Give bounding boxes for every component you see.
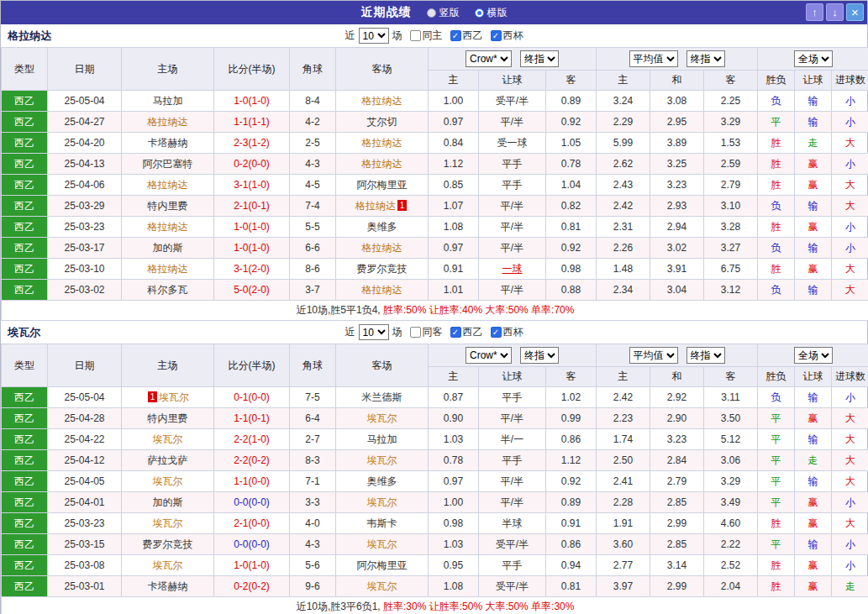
filter-cup[interactable]: ✓西杯 (491, 29, 523, 43)
summary-stats: 胜率:30% 让胜率:50% 大率:50% 单率:30% (383, 601, 574, 612)
avg-draw-odds: 2.79 (650, 471, 704, 492)
home-odds: 0.84 (429, 133, 479, 154)
goals-result: 大 (832, 175, 868, 196)
match-row: 西乙25-03-08埃瓦尔1-0(1-0)5-6阿尔梅里亚0.95平手0.942… (2, 555, 868, 576)
league-type: 西乙 (2, 576, 48, 597)
away-team: 格拉纳达 (336, 154, 429, 175)
team-name: 埃瓦尔 (153, 517, 183, 529)
handicap-line: 平手 (479, 450, 546, 471)
team-name-title: 埃瓦尔 (8, 325, 40, 340)
goals-result: 小 (832, 387, 868, 408)
match-result: 平 (758, 534, 795, 555)
home-team: 马拉加 (122, 91, 214, 112)
filter-cup[interactable]: ✓西杯 (491, 325, 523, 339)
match-row: 西乙25-04-06格拉纳达3-1(1-0)4-5阿尔梅里亚0.85平手1.04… (2, 175, 868, 196)
cup-checkbox[interactable]: ✓ (491, 30, 502, 41)
away-team: 埃瓦尔 (336, 576, 429, 597)
corner-score: 7-4 (290, 196, 336, 217)
avg-away-odds: 3.12 (704, 280, 758, 301)
filter-league[interactable]: ✓西乙 (450, 29, 483, 43)
home-team: 埃瓦尔 (122, 471, 214, 492)
match-row: 西乙25-04-13阿尔巴塞特0-2(0-0)4-3格拉纳达1.12平手0.78… (2, 154, 868, 175)
team-name: 奥维多 (367, 221, 397, 233)
match-count-select[interactable]: 10 (359, 324, 389, 340)
handicap-line: 平/半 (479, 112, 546, 133)
team-section-away: 埃瓦尔 近 10 场 同客 ✓西乙 ✓西杯 类型 日期 主场 比分(半场) 角 (1, 321, 867, 614)
handicap-line: 平手 (479, 154, 546, 175)
cup-checkbox[interactable]: ✓ (491, 327, 502, 338)
match-count-select[interactable]: 10 (359, 28, 389, 44)
asian-odds-group-header: Crow* 终指 (429, 344, 597, 367)
same-venue-label: 同客 (423, 325, 443, 339)
avg-away-odds: 3.49 (704, 492, 758, 513)
close-button[interactable]: × (846, 3, 864, 21)
corner-score: 4-3 (290, 534, 336, 555)
euro-stage-select[interactable]: 终指 (687, 50, 725, 67)
avg-draw-odds: 3.25 (650, 154, 704, 175)
league-checkbox[interactable]: ✓ (450, 327, 461, 338)
home-team: 格拉纳达 (122, 259, 214, 280)
corner-score: 3-7 (290, 280, 336, 301)
avg-draw-odds: 3.23 (650, 429, 704, 450)
odds-company-select[interactable]: Crow* (466, 347, 512, 364)
away-team: 米兰德斯 (336, 387, 429, 408)
avg-draw-odds: 3.23 (650, 175, 704, 196)
odds-company-select[interactable]: Crow* (466, 50, 512, 67)
away-odds: 0.92 (546, 471, 597, 492)
team-name: 费罗尔竞技 (357, 263, 408, 275)
same-venue-checkbox[interactable] (410, 327, 421, 338)
league-type: 西乙 (2, 408, 48, 429)
match-result: 负 (758, 387, 795, 408)
match-result: 平 (758, 492, 795, 513)
handicap-line: 平手 (479, 387, 546, 408)
titlebar: 近期战绩 竖版 横版 ↑ ↓ × (1, 1, 867, 24)
scroll-up-button[interactable]: ↑ (806, 3, 823, 21)
games-label: 场 (392, 325, 402, 339)
league-checkbox[interactable]: ✓ (450, 30, 461, 41)
away-odds: 1.04 (546, 175, 597, 196)
goals-result: 小 (832, 112, 868, 133)
avg-home-odds: 1.91 (597, 513, 650, 534)
match-row: 西乙25-03-23埃瓦尔2-1(0-0)4-0韦斯卡0.98半球0.911.9… (2, 513, 868, 534)
handicap-result: 输 (795, 471, 832, 492)
odds-stage-select[interactable]: 终指 (520, 50, 559, 67)
avg-home-odds: 2.23 (597, 408, 650, 429)
goals-result: 大 (832, 408, 868, 429)
corner-score: 4-5 (290, 175, 336, 196)
avg-draw-odds: 2.90 (650, 408, 704, 429)
filter-same-venue[interactable]: 同主 (410, 29, 443, 43)
league-type: 西乙 (2, 112, 48, 133)
match-date: 25-04-27 (48, 112, 122, 133)
handicap-result: 输 (795, 280, 832, 301)
euro-stage-select[interactable]: 终指 (687, 347, 725, 364)
handicap-result: 赢 (795, 259, 832, 280)
match-result: 胜 (758, 217, 795, 238)
goals-result: 小 (832, 492, 868, 513)
same-venue-checkbox[interactable] (410, 30, 421, 41)
match-scope-select[interactable]: 全场 (794, 347, 833, 364)
match-result: 负 (758, 238, 795, 259)
scroll-down-button[interactable]: ↓ (826, 3, 844, 21)
filter-league[interactable]: ✓西乙 (450, 325, 483, 339)
handicap-line: 平/半 (479, 280, 546, 301)
same-venue-label: 同主 (423, 29, 443, 43)
goals-result: 大 (832, 513, 868, 534)
home-team: 卡塔赫纳 (122, 576, 214, 597)
euro-company-select[interactable]: 平均值 (629, 50, 678, 67)
home-team: 埃瓦尔 (122, 513, 214, 534)
vertical-layout-radio[interactable]: 竖版 (427, 6, 460, 20)
handicap-line: 平/半 (479, 217, 546, 238)
near-label: 近 (345, 29, 355, 43)
handicap-line: 受平/半 (479, 534, 546, 555)
sub-header-goals: 进球数 (832, 367, 868, 387)
match-scope-select[interactable]: 全场 (794, 50, 833, 67)
avg-draw-odds: 2.99 (650, 513, 704, 534)
odds-stage-select[interactable]: 终指 (520, 347, 559, 364)
handicap-result: 赢 (795, 555, 832, 576)
horizontal-layout-radio[interactable]: 横版 (475, 6, 508, 20)
euro-company-select[interactable]: 平均值 (629, 347, 678, 364)
match-score: 0-0(0-0) (214, 534, 290, 555)
avg-draw-odds: 2.85 (650, 492, 704, 513)
league-type: 西乙 (2, 450, 48, 471)
filter-same-venue[interactable]: 同客 (410, 325, 443, 339)
